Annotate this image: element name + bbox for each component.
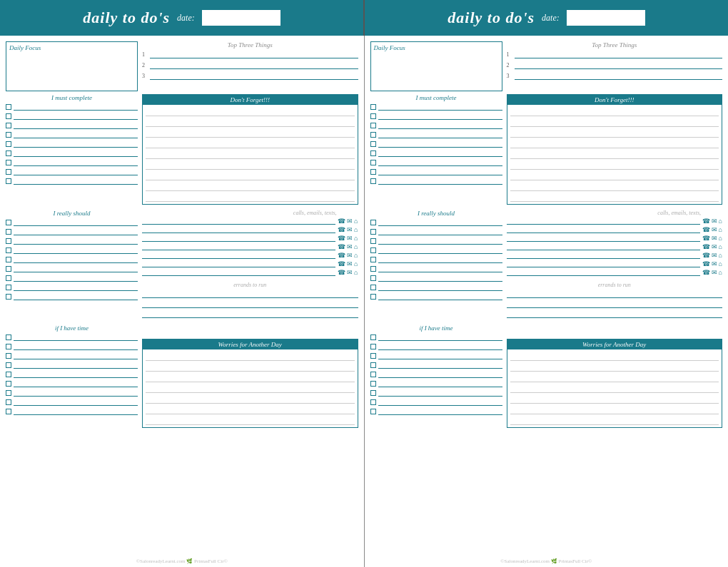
- house-icon: ⌂: [354, 252, 358, 259]
- call-row: ☎✉⌂: [142, 252, 358, 259]
- left-dont-forget-header: Don't Forget!!!: [143, 95, 358, 105]
- phone-icon: ☎: [702, 252, 710, 259]
- house-icon: ⌂: [719, 226, 722, 233]
- list-item: [6, 122, 138, 129]
- call-row: ☎✉⌂: [507, 252, 723, 259]
- right-should-section: I really should calls, emails, texts, ☎✉…: [370, 210, 723, 320]
- list-item: [6, 178, 138, 185]
- list-item: [370, 159, 502, 166]
- list-item: [6, 343, 138, 350]
- right-must-section: I must complete Don't Forget!!!: [370, 94, 723, 205]
- right-top-three: Top Three Things 1 2 3: [507, 41, 723, 91]
- left-dont-forget-lines: [143, 105, 358, 204]
- phone-icon: ☎: [702, 235, 710, 242]
- list-item: [6, 408, 138, 415]
- mail-icon: ✉: [347, 252, 353, 259]
- list-item: [6, 265, 138, 272]
- house-icon: ⌂: [354, 269, 358, 276]
- list-item: [370, 293, 502, 300]
- phone-icon: ☎: [702, 226, 710, 233]
- right-footer: ©SalonreadyLearni.com 🌿 PrintasFull Cir©: [370, 558, 723, 564]
- right-header: daily to do's date:: [365, 9, 728, 27]
- phone-icon: ☎: [702, 269, 710, 276]
- left-worries-box: Worries for Another Day: [142, 339, 358, 428]
- left-panel: Daily Focus Top Three Things 1 2 3: [0, 36, 365, 567]
- left-should-title: I really should: [6, 210, 138, 217]
- phone-icon: ☎: [338, 243, 345, 250]
- right-daily-focus: Daily Focus: [370, 41, 502, 91]
- list-item: [6, 284, 138, 291]
- list-item: [370, 237, 502, 245]
- right-title: daily to do's: [448, 9, 535, 27]
- mail-icon: ✉: [712, 235, 717, 242]
- call-row: ☎✉⌂: [507, 243, 723, 250]
- list-item: [370, 168, 502, 175]
- house-icon: ⌂: [354, 260, 358, 267]
- list-item: [6, 228, 138, 235]
- call-row: ☎✉⌂: [507, 269, 723, 276]
- right-top-section: Daily Focus Top Three Things 1 2 3: [370, 41, 723, 91]
- left-iftime-col: if I have time: [6, 325, 138, 552]
- left-top-three-title: Top Three Things: [142, 41, 358, 48]
- list-item: [370, 247, 502, 254]
- right-worries-header: Worries for Another Day: [507, 339, 722, 349]
- house-icon: ⌂: [719, 243, 722, 250]
- mail-icon: ✉: [712, 226, 717, 233]
- phone-icon: ☎: [338, 226, 345, 233]
- list-item: [370, 275, 502, 282]
- left-worries-header: Worries for Another Day: [143, 339, 358, 349]
- left-title: daily to do's: [83, 9, 170, 27]
- call-row: ☎✉⌂: [507, 235, 723, 242]
- call-row: ☎✉⌂: [507, 226, 723, 233]
- right-date-input[interactable]: [567, 10, 645, 26]
- list-item: [6, 247, 138, 254]
- left-must-col: I must complete: [6, 94, 138, 205]
- list-item: [370, 178, 502, 185]
- mail-icon: ✉: [347, 226, 353, 233]
- right-errands-label: errands to run: [507, 282, 723, 288]
- list-item: [6, 399, 138, 406]
- list-item: [6, 293, 138, 300]
- phone-icon: ☎: [338, 260, 345, 267]
- content-area: Daily Focus Top Three Things 1 2 3: [0, 36, 728, 567]
- list-item: [6, 219, 138, 226]
- list-item: [370, 362, 502, 369]
- right-iftime-col: if I have time: [370, 325, 502, 552]
- list-item: [370, 352, 502, 359]
- right-must-title: I must complete: [370, 94, 502, 101]
- list-item: [370, 150, 502, 157]
- mail-icon: ✉: [347, 269, 353, 276]
- house-icon: ⌂: [719, 269, 722, 276]
- left-worries-lines: [143, 349, 358, 427]
- left-should-section: I really should calls, emails, texts, ☎✉…: [6, 210, 358, 320]
- left-daily-focus: Daily Focus: [6, 41, 138, 91]
- left-worries: Worries for Another Day: [142, 325, 358, 552]
- mail-icon: ✉: [712, 269, 717, 276]
- right-date-label: date:: [542, 13, 560, 24]
- right-worries-lines: [507, 349, 722, 427]
- list-item: [370, 122, 502, 129]
- call-row: ☎✉⌂: [142, 243, 358, 250]
- page: daily to do's date: daily to do's date: …: [0, 0, 728, 567]
- list-item: [370, 334, 502, 341]
- left-top-three-row-2: 2: [142, 61, 358, 69]
- left-iftime-title: if I have time: [6, 325, 138, 332]
- list-item: [6, 380, 138, 387]
- left-footer: ©SalonreadyLearni.com 🌿 PrintasFull Cir©: [6, 558, 358, 564]
- list-item: [370, 284, 502, 291]
- list-item: [6, 113, 138, 120]
- call-row: ☎✉⌂: [142, 235, 358, 242]
- left-top-three: Top Three Things 1 2 3: [142, 41, 358, 91]
- left-calls: calls, emails, texts, ☎✉⌂ ☎✉⌂ ☎✉⌂ ☎✉⌂ ☎✉…: [142, 210, 358, 320]
- list-item: [370, 131, 502, 138]
- call-row: ☎✉⌂: [142, 218, 358, 225]
- left-should-col: I really should: [6, 210, 138, 320]
- right-dont-forget-lines: [507, 105, 722, 204]
- list-item: [370, 380, 502, 387]
- left-date-input[interactable]: [202, 10, 280, 26]
- call-row: ☎✉⌂: [507, 260, 723, 267]
- right-must-col: I must complete: [370, 94, 502, 205]
- list-item: [370, 343, 502, 350]
- left-top-section: Daily Focus Top Three Things 1 2 3: [6, 41, 358, 91]
- phone-icon: ☎: [702, 260, 710, 267]
